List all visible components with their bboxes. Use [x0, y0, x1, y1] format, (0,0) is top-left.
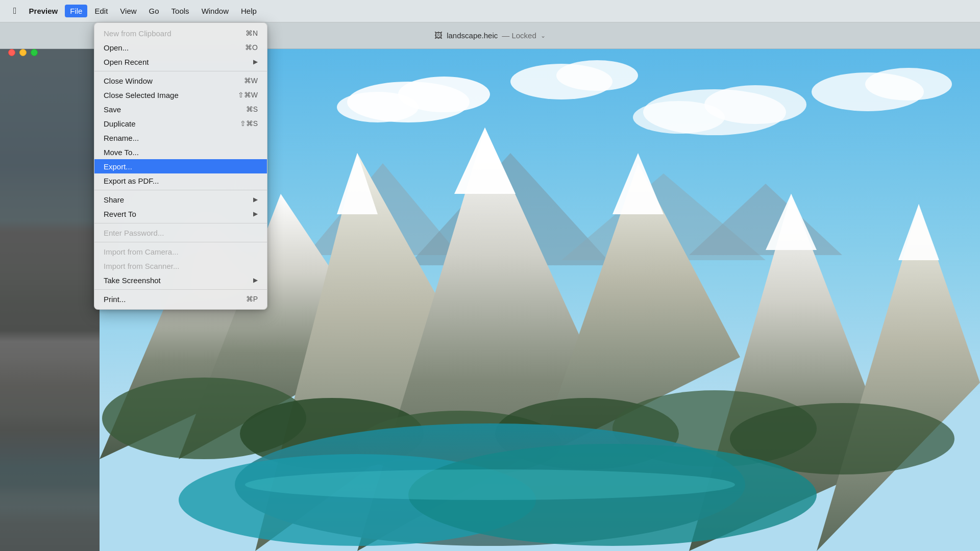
svg-point-5	[556, 60, 638, 91]
menu-item-label: New from Clipboard	[104, 29, 230, 38]
submenu-arrow-icon: ▶	[253, 196, 258, 203]
filename-label: landscape.heic	[447, 31, 498, 40]
menu-shortcut: ⌘N	[246, 29, 258, 37]
menu-item-print[interactable]: Print... ⌘P	[94, 292, 267, 306]
menubar-go[interactable]: Go	[144, 5, 164, 17]
locked-label: — Locked	[502, 31, 536, 40]
menu-item-save[interactable]: Save ⌘S	[94, 102, 267, 116]
menu-item-label: Close Window	[104, 77, 229, 85]
separator	[94, 71, 267, 71]
menu-item-duplicate[interactable]: Duplicate ⇧⌘S	[94, 116, 267, 131]
menu-item-enter-password[interactable]: Enter Password...	[94, 226, 267, 240]
menu-item-label: Open...	[104, 43, 230, 52]
menu-item-close-window[interactable]: Close Window ⌘W	[94, 73, 267, 88]
fullscreen-button[interactable]	[31, 49, 38, 56]
menu-item-label: Save	[104, 105, 231, 114]
menu-item-label: Print...	[104, 295, 231, 304]
menu-item-label: Duplicate	[104, 119, 225, 128]
menubar-help[interactable]: Help	[236, 5, 262, 17]
separator	[94, 242, 267, 242]
svg-point-8	[633, 101, 725, 134]
menubar:  Preview File Edit View Go Tools Window…	[0, 0, 980, 22]
menu-item-rename[interactable]: Rename...	[94, 131, 267, 145]
menu-item-label: Export as PDF...	[104, 177, 242, 185]
menu-item-label: Import from Scanner...	[104, 262, 242, 270]
menubar-file[interactable]: File	[65, 5, 87, 17]
menu-item-revert-to[interactable]: Revert To ▶	[94, 207, 267, 221]
menu-item-open-recent[interactable]: Open Recent ▶	[94, 55, 267, 69]
file-dropdown-menu: New from Clipboard ⌘N Open... ⌘O Open Re…	[94, 22, 267, 310]
menu-item-label: Close Selected Image	[104, 91, 223, 99]
menu-item-label: Revert To	[104, 210, 253, 218]
menu-item-label: Open Recent	[104, 58, 253, 66]
menubar-tools[interactable]: Tools	[166, 5, 194, 17]
menu-item-label: Rename...	[104, 134, 242, 142]
menubar-items:  Preview File Edit View Go Tools Window…	[8, 4, 262, 18]
menu-item-import-camera[interactable]: Import from Camera...	[94, 244, 267, 259]
separator	[94, 223, 267, 223]
menu-item-label: Take Screenshot	[104, 276, 253, 285]
menu-item-take-screenshot[interactable]: Take Screenshot ▶	[94, 273, 267, 287]
submenu-arrow-icon: ▶	[253, 277, 258, 284]
menu-item-label: Import from Camera...	[104, 247, 242, 256]
svg-point-36	[245, 469, 735, 500]
separator	[94, 190, 267, 190]
menubar-edit[interactable]: Edit	[89, 5, 113, 17]
menu-item-label: Move To...	[104, 148, 242, 157]
separator	[94, 289, 267, 290]
traffic-lights	[8, 49, 38, 56]
menu-item-label: Export...	[104, 162, 242, 171]
menubar-apple[interactable]: 	[8, 4, 22, 18]
menu-shortcut: ⌘O	[245, 43, 258, 52]
menu-shortcut: ⌘S	[246, 105, 258, 113]
svg-point-10	[865, 68, 952, 101]
menu-item-new-from-clipboard[interactable]: New from Clipboard ⌘N	[94, 26, 267, 40]
menubar-window[interactable]: Window	[197, 5, 234, 17]
menu-item-label: Enter Password...	[104, 229, 242, 237]
minimize-button[interactable]	[19, 49, 27, 56]
svg-point-3	[337, 92, 419, 122]
menu-item-close-selected-image[interactable]: Close Selected Image ⇧⌘W	[94, 88, 267, 102]
chevron-down-icon[interactable]: ⌄	[541, 32, 546, 39]
menu-item-move-to[interactable]: Move To...	[94, 145, 267, 159]
menu-item-open[interactable]: Open... ⌘O	[94, 40, 267, 55]
menu-shortcut: ⌘P	[246, 295, 258, 303]
submenu-arrow-icon: ▶	[253, 58, 258, 65]
menu-item-share[interactable]: Share ▶	[94, 192, 267, 207]
menu-shortcut: ⌘W	[244, 77, 258, 85]
menu-shortcut: ⇧⌘W	[238, 91, 258, 99]
menu-item-export[interactable]: Export...	[94, 159, 267, 173]
menu-item-import-scanner[interactable]: Import from Scanner...	[94, 259, 267, 273]
menu-shortcut: ⇧⌘S	[240, 119, 258, 128]
file-icon: 🖼	[434, 31, 443, 40]
menu-item-label: Share	[104, 195, 253, 204]
titlebar-title: 🖼 landscape.heic — Locked ⌄	[434, 31, 546, 40]
sidebar	[0, 49, 100, 551]
menubar-preview[interactable]: Preview	[24, 5, 63, 17]
submenu-arrow-icon: ▶	[253, 210, 258, 217]
menubar-view[interactable]: View	[115, 5, 141, 17]
menu-item-export-as-pdf[interactable]: Export as PDF...	[94, 173, 267, 188]
close-button[interactable]	[8, 49, 15, 56]
